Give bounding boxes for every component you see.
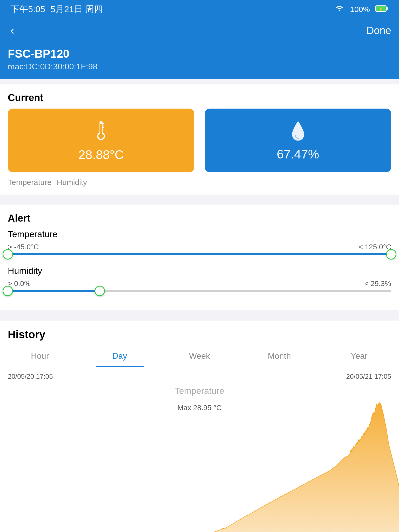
thermometer-icon: [92, 119, 110, 143]
chart-date-end: 20/05/21 17:05: [346, 373, 391, 381]
humi-slider-track[interactable]: [8, 290, 391, 292]
tab-month[interactable]: Month: [240, 346, 319, 367]
done-button[interactable]: Done: [366, 25, 391, 36]
temperature-value: 28.88°C: [78, 148, 124, 162]
history-section: History Hour Day Week Month Year 20/05/2…: [0, 321, 399, 532]
alert-section: Alert Temperature > -45.0°C < 125.0°C Hu…: [0, 205, 399, 310]
temperature-card-label: Temperature: [8, 178, 51, 187]
nav-bar: ‹ Done: [0, 19, 399, 45]
device-name: FSC-BP120: [8, 47, 391, 60]
device-info: FSC-BP120 mac:DC:0D:30:00:1F:98: [0, 45, 399, 79]
drop-icon: [290, 120, 307, 143]
temp-slider-track[interactable]: [8, 253, 391, 255]
current-section: Current 28.88°C: [0, 84, 399, 195]
device-mac: mac:DC:0D:30:00:1F:98: [8, 62, 391, 71]
alert-humi-max: < 29.3%: [364, 280, 391, 288]
temp-slider-fill: [8, 253, 391, 255]
current-cards: 28.88°C 67.47%: [8, 109, 391, 172]
alert-humi-min: > 0.0%: [8, 280, 31, 288]
temp-slider-thumb-left[interactable]: [3, 249, 13, 260]
status-time: 下午5:05: [10, 3, 45, 15]
chart-title: Temperature: [0, 383, 399, 401]
svg-text:⚡: ⚡: [378, 7, 383, 11]
battery-percentage: 100%: [350, 5, 370, 14]
card-labels: Temperature Humidity: [8, 175, 391, 187]
alert-title: Alert: [8, 213, 391, 224]
wifi-icon: [334, 5, 345, 14]
status-bar: 下午5:05 5月21日 周四 100% ⚡: [0, 0, 399, 19]
svg-point-12: [103, 123, 104, 124]
tab-week[interactable]: Week: [159, 346, 239, 367]
humi-slider-fill: [8, 290, 100, 292]
alert-temp-subtitle: Temperature: [8, 229, 391, 239]
history-title: History: [0, 328, 399, 346]
humi-slider-thumb-left[interactable]: [3, 286, 13, 296]
chart-date-start: 20/05/20 17:05: [8, 373, 53, 381]
humidity-card-label: Humidity: [57, 178, 87, 187]
current-title: Current: [8, 92, 391, 103]
svg-point-7: [98, 134, 104, 139]
status-date: 5月21日 周四: [50, 3, 103, 15]
battery-icon: ⚡: [375, 5, 389, 14]
history-tabs: Hour Day Week Month Year: [0, 346, 399, 367]
chart-svg: [0, 401, 399, 532]
humi-slider-thumb-right[interactable]: [95, 286, 105, 296]
tab-day[interactable]: Day: [80, 346, 159, 367]
temperature-card: 28.88°C: [8, 109, 194, 172]
temp-slider-thumb-right[interactable]: [386, 249, 396, 260]
alert-temp-max: < 125.0°C: [358, 243, 391, 251]
humidity-value: 67.47%: [277, 147, 319, 161]
humidity-card: 67.47%: [205, 109, 391, 172]
alert-humi-range: > 0.0% < 29.3%: [8, 280, 391, 288]
alert-temp-range: > -45.0°C < 125.0°C: [8, 243, 391, 251]
back-button[interactable]: ‹: [8, 21, 17, 39]
chart-container: Max 28.95 °C Avg 27.32 °C: [0, 401, 399, 532]
alert-humi-subtitle: Humidity: [8, 266, 391, 276]
svg-rect-1: [386, 7, 388, 10]
chart-dates: 20/05/20 17:05 20/05/21 17:05: [0, 367, 399, 383]
chart-max-label: Max 28.95 °C: [177, 404, 222, 412]
tab-year[interactable]: Year: [319, 346, 399, 367]
tab-hour[interactable]: Hour: [0, 346, 80, 367]
alert-temp-min: > -45.0°C: [8, 243, 39, 251]
